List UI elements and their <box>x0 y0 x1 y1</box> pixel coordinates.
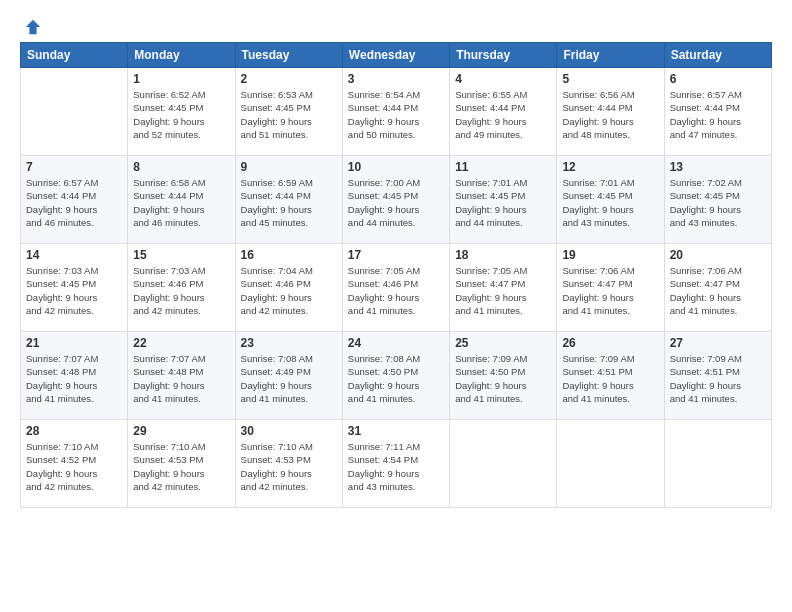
calendar-cell <box>21 68 128 156</box>
day-number: 29 <box>133 424 229 438</box>
calendar-header-saturday: Saturday <box>664 43 771 68</box>
calendar-cell: 19Sunrise: 7:06 AMSunset: 4:47 PMDayligh… <box>557 244 664 332</box>
calendar-header-row: SundayMondayTuesdayWednesdayThursdayFrid… <box>21 43 772 68</box>
day-number: 3 <box>348 72 444 86</box>
calendar-cell: 21Sunrise: 7:07 AMSunset: 4:48 PMDayligh… <box>21 332 128 420</box>
day-info: Sunrise: 6:59 AMSunset: 4:44 PMDaylight:… <box>241 176 337 229</box>
day-number: 15 <box>133 248 229 262</box>
day-info: Sunrise: 7:01 AMSunset: 4:45 PMDaylight:… <box>562 176 658 229</box>
day-info: Sunrise: 7:10 AMSunset: 4:53 PMDaylight:… <box>241 440 337 493</box>
calendar-cell: 8Sunrise: 6:58 AMSunset: 4:44 PMDaylight… <box>128 156 235 244</box>
day-info: Sunrise: 6:53 AMSunset: 4:45 PMDaylight:… <box>241 88 337 141</box>
calendar-cell: 15Sunrise: 7:03 AMSunset: 4:46 PMDayligh… <box>128 244 235 332</box>
day-info: Sunrise: 7:09 AMSunset: 4:50 PMDaylight:… <box>455 352 551 405</box>
svg-marker-0 <box>26 20 40 34</box>
day-number: 7 <box>26 160 122 174</box>
calendar-cell <box>664 420 771 508</box>
day-number: 13 <box>670 160 766 174</box>
calendar-cell: 12Sunrise: 7:01 AMSunset: 4:45 PMDayligh… <box>557 156 664 244</box>
day-number: 23 <box>241 336 337 350</box>
day-number: 17 <box>348 248 444 262</box>
calendar-header-tuesday: Tuesday <box>235 43 342 68</box>
calendar-cell: 6Sunrise: 6:57 AMSunset: 4:44 PMDaylight… <box>664 68 771 156</box>
day-info: Sunrise: 6:57 AMSunset: 4:44 PMDaylight:… <box>26 176 122 229</box>
day-info: Sunrise: 7:11 AMSunset: 4:54 PMDaylight:… <box>348 440 444 493</box>
day-info: Sunrise: 7:08 AMSunset: 4:50 PMDaylight:… <box>348 352 444 405</box>
day-number: 31 <box>348 424 444 438</box>
day-number: 14 <box>26 248 122 262</box>
day-info: Sunrise: 7:08 AMSunset: 4:49 PMDaylight:… <box>241 352 337 405</box>
day-number: 22 <box>133 336 229 350</box>
day-number: 12 <box>562 160 658 174</box>
day-number: 8 <box>133 160 229 174</box>
calendar-cell: 9Sunrise: 6:59 AMSunset: 4:44 PMDaylight… <box>235 156 342 244</box>
calendar-cell: 1Sunrise: 6:52 AMSunset: 4:45 PMDaylight… <box>128 68 235 156</box>
day-number: 27 <box>670 336 766 350</box>
calendar: SundayMondayTuesdayWednesdayThursdayFrid… <box>20 42 772 508</box>
calendar-cell: 5Sunrise: 6:56 AMSunset: 4:44 PMDaylight… <box>557 68 664 156</box>
calendar-cell <box>450 420 557 508</box>
day-info: Sunrise: 7:06 AMSunset: 4:47 PMDaylight:… <box>562 264 658 317</box>
day-info: Sunrise: 7:04 AMSunset: 4:46 PMDaylight:… <box>241 264 337 317</box>
day-number: 16 <box>241 248 337 262</box>
calendar-cell: 24Sunrise: 7:08 AMSunset: 4:50 PMDayligh… <box>342 332 449 420</box>
logo <box>20 18 42 32</box>
calendar-cell: 11Sunrise: 7:01 AMSunset: 4:45 PMDayligh… <box>450 156 557 244</box>
day-info: Sunrise: 7:09 AMSunset: 4:51 PMDaylight:… <box>562 352 658 405</box>
day-number: 25 <box>455 336 551 350</box>
day-number: 1 <box>133 72 229 86</box>
day-number: 10 <box>348 160 444 174</box>
day-number: 21 <box>26 336 122 350</box>
calendar-cell: 17Sunrise: 7:05 AMSunset: 4:46 PMDayligh… <box>342 244 449 332</box>
day-info: Sunrise: 7:05 AMSunset: 4:47 PMDaylight:… <box>455 264 551 317</box>
day-info: Sunrise: 6:57 AMSunset: 4:44 PMDaylight:… <box>670 88 766 141</box>
day-info: Sunrise: 7:03 AMSunset: 4:46 PMDaylight:… <box>133 264 229 317</box>
calendar-cell: 26Sunrise: 7:09 AMSunset: 4:51 PMDayligh… <box>557 332 664 420</box>
calendar-header-friday: Friday <box>557 43 664 68</box>
logo-icon <box>24 18 42 36</box>
day-info: Sunrise: 7:05 AMSunset: 4:46 PMDaylight:… <box>348 264 444 317</box>
week-row-2: 7Sunrise: 6:57 AMSunset: 4:44 PMDaylight… <box>21 156 772 244</box>
day-number: 9 <box>241 160 337 174</box>
day-number: 28 <box>26 424 122 438</box>
day-number: 26 <box>562 336 658 350</box>
calendar-cell: 10Sunrise: 7:00 AMSunset: 4:45 PMDayligh… <box>342 156 449 244</box>
week-row-4: 21Sunrise: 7:07 AMSunset: 4:48 PMDayligh… <box>21 332 772 420</box>
week-row-1: 1Sunrise: 6:52 AMSunset: 4:45 PMDaylight… <box>21 68 772 156</box>
calendar-header-monday: Monday <box>128 43 235 68</box>
day-number: 19 <box>562 248 658 262</box>
calendar-cell: 18Sunrise: 7:05 AMSunset: 4:47 PMDayligh… <box>450 244 557 332</box>
calendar-cell: 2Sunrise: 6:53 AMSunset: 4:45 PMDaylight… <box>235 68 342 156</box>
week-row-3: 14Sunrise: 7:03 AMSunset: 4:45 PMDayligh… <box>21 244 772 332</box>
day-info: Sunrise: 6:58 AMSunset: 4:44 PMDaylight:… <box>133 176 229 229</box>
day-number: 18 <box>455 248 551 262</box>
day-number: 6 <box>670 72 766 86</box>
calendar-cell: 3Sunrise: 6:54 AMSunset: 4:44 PMDaylight… <box>342 68 449 156</box>
day-number: 2 <box>241 72 337 86</box>
day-info: Sunrise: 6:56 AMSunset: 4:44 PMDaylight:… <box>562 88 658 141</box>
calendar-header-thursday: Thursday <box>450 43 557 68</box>
calendar-cell: 20Sunrise: 7:06 AMSunset: 4:47 PMDayligh… <box>664 244 771 332</box>
day-info: Sunrise: 6:52 AMSunset: 4:45 PMDaylight:… <box>133 88 229 141</box>
calendar-cell: 28Sunrise: 7:10 AMSunset: 4:52 PMDayligh… <box>21 420 128 508</box>
calendar-cell: 13Sunrise: 7:02 AMSunset: 4:45 PMDayligh… <box>664 156 771 244</box>
day-info: Sunrise: 7:07 AMSunset: 4:48 PMDaylight:… <box>26 352 122 405</box>
day-info: Sunrise: 7:09 AMSunset: 4:51 PMDaylight:… <box>670 352 766 405</box>
calendar-cell: 22Sunrise: 7:07 AMSunset: 4:48 PMDayligh… <box>128 332 235 420</box>
day-info: Sunrise: 7:07 AMSunset: 4:48 PMDaylight:… <box>133 352 229 405</box>
calendar-cell <box>557 420 664 508</box>
calendar-cell: 16Sunrise: 7:04 AMSunset: 4:46 PMDayligh… <box>235 244 342 332</box>
day-info: Sunrise: 7:01 AMSunset: 4:45 PMDaylight:… <box>455 176 551 229</box>
calendar-cell: 7Sunrise: 6:57 AMSunset: 4:44 PMDaylight… <box>21 156 128 244</box>
calendar-cell: 29Sunrise: 7:10 AMSunset: 4:53 PMDayligh… <box>128 420 235 508</box>
day-info: Sunrise: 6:54 AMSunset: 4:44 PMDaylight:… <box>348 88 444 141</box>
day-number: 4 <box>455 72 551 86</box>
header <box>20 18 772 32</box>
day-info: Sunrise: 7:03 AMSunset: 4:45 PMDaylight:… <box>26 264 122 317</box>
day-info: Sunrise: 7:02 AMSunset: 4:45 PMDaylight:… <box>670 176 766 229</box>
page: SundayMondayTuesdayWednesdayThursdayFrid… <box>0 0 792 612</box>
day-number: 11 <box>455 160 551 174</box>
day-number: 30 <box>241 424 337 438</box>
day-number: 20 <box>670 248 766 262</box>
day-number: 24 <box>348 336 444 350</box>
